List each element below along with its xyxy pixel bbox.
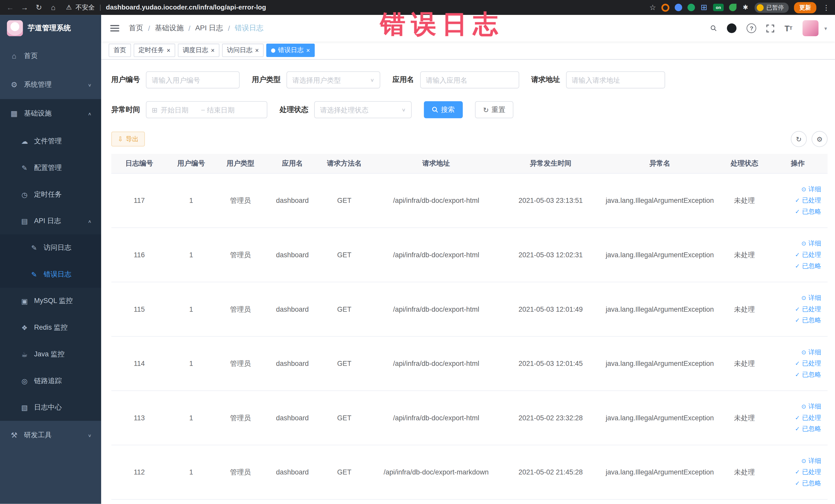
process-status-select-input[interactable] [320, 102, 399, 118]
process-status-select[interactable]: ∨ [314, 101, 412, 118]
cell-method: GET [319, 445, 370, 499]
sidebar-item-log-center[interactable]: ▧ 日志中心 [0, 394, 101, 421]
help-icon[interactable]: ? [747, 23, 756, 33]
extension-icon[interactable]: ✱ [742, 4, 749, 11]
home-icon[interactable]: ⌂ [48, 3, 58, 12]
edit-icon: ✎ [20, 164, 29, 172]
font-size-icon[interactable]: TT [785, 24, 792, 33]
close-icon[interactable]: × [306, 47, 310, 54]
mark-processed-link[interactable]: ✓ 已处理 [770, 358, 821, 369]
browser-update-button[interactable]: 更新 [794, 2, 816, 13]
sidebar-item-file-management[interactable]: ☁ 文件管理 [0, 128, 101, 155]
sidebar-item-home[interactable]: ⌂ 首页 [0, 42, 101, 70]
tools-icon: ⚒ [9, 431, 19, 439]
tab-error-logs[interactable]: 错误日志 × [266, 44, 315, 57]
mark-processed-link[interactable]: ✓ 已处理 [770, 249, 821, 261]
check-icon: ✓ [795, 412, 800, 424]
edit-square-icon: ✎ [30, 244, 38, 251]
extension-icon[interactable] [675, 4, 682, 11]
detail-link[interactable]: ⊙ 详细 [770, 456, 821, 467]
end-date-input[interactable] [207, 102, 245, 118]
cell-actions: ⊙ 详细 ✓ 已处理 ✓ 已忽略 [768, 282, 828, 337]
close-icon[interactable]: × [167, 47, 170, 54]
github-icon[interactable] [727, 23, 736, 33]
request-url-input[interactable] [572, 72, 659, 88]
monkey-face-icon [757, 4, 763, 11]
extension-icon[interactable]: on [713, 4, 724, 11]
cell-status: 未处理 [721, 228, 768, 282]
sidebar-item-java-monitor[interactable]: ☕ Java 监控 [0, 341, 101, 368]
search-icon[interactable] [711, 25, 717, 32]
chevron-down-icon[interactable]: ▾ [824, 25, 827, 31]
detail-link[interactable]: ⊙ 详细 [770, 401, 821, 412]
mark-ignored-link[interactable]: ✓ 已忽略 [770, 315, 821, 326]
detail-link[interactable]: ⊙ 详细 [770, 238, 821, 249]
tab-home[interactable]: 首页 [108, 44, 131, 57]
refresh-table-icon[interactable]: ↻ [791, 131, 807, 147]
close-icon[interactable]: × [211, 47, 215, 54]
sidebar-item-system-management[interactable]: ⚙ 系统管理 ∨ [0, 70, 101, 99]
sidebar-item-label: 日志中心 [34, 403, 62, 412]
export-button-label: 导出 [126, 135, 139, 143]
user-avatar[interactable] [802, 20, 818, 36]
extension-icon[interactable] [661, 3, 669, 11]
detail-link[interactable]: ⊙ 详细 [770, 293, 821, 304]
exception-time-range-picker[interactable]: ⊞ – [146, 101, 267, 118]
tampermonkey-paused-badge[interactable]: 已暂停 [755, 2, 789, 12]
sidebar-item-scheduled-tasks[interactable]: ◷ 定时任务 [0, 181, 101, 208]
sidebar-item-link-tracing[interactable]: ◎ 链路追踪 [0, 367, 101, 394]
processed-link-label: 已处理 [802, 412, 821, 424]
mark-processed-link[interactable]: ✓ 已处理 [770, 195, 821, 206]
mark-processed-link[interactable]: ✓ 已处理 [770, 304, 821, 315]
mark-ignored-link[interactable]: ✓ 已忽略 [770, 478, 821, 489]
tab-scheduled-tasks[interactable]: 定时任务 × [134, 44, 175, 57]
mark-ignored-link[interactable]: ✓ 已忽略 [770, 206, 821, 218]
sidebar-item-api-logs[interactable]: ▤ API 日志 ∧ [0, 208, 101, 235]
detail-link[interactable]: ⊙ 详细 [770, 184, 821, 195]
sidebar-item-mysql-monitor[interactable]: ▣ MySQL 监控 [0, 287, 101, 314]
sidebar-toggle[interactable] [109, 21, 120, 35]
forward-icon[interactable]: → [20, 3, 29, 12]
mark-ignored-link[interactable]: ✓ 已忽略 [770, 369, 821, 381]
sidebar-item-infrastructure[interactable]: ▦ 基础设施 ∧ [0, 99, 101, 128]
mark-ignored-link[interactable]: ✓ 已忽略 [770, 260, 821, 271]
sidebar-item-access-logs[interactable]: ✎ 访问日志 [0, 235, 101, 261]
browser-menu-icon[interactable]: ⋮ [823, 3, 830, 11]
refresh-icon[interactable]: ↻ [34, 3, 44, 12]
cell-actions: ⊙ 详细 ✓ 已处理 ✓ 已忽略 [768, 228, 828, 282]
processed-link-label: 已处理 [802, 358, 821, 369]
extension-icon[interactable]: ⊞ [700, 4, 708, 11]
tab-dispatch-logs[interactable]: 调度日志 × [178, 44, 220, 57]
mark-processed-link[interactable]: ✓ 已处理 [770, 466, 821, 478]
sidebar-item-config-management[interactable]: ✎ 配置管理 [0, 155, 101, 181]
start-date-input[interactable] [161, 102, 199, 118]
tab-access-logs[interactable]: 访问日志 × [222, 44, 264, 57]
mark-ignored-link[interactable]: ✓ 已忽略 [770, 423, 821, 435]
bookmark-star-icon[interactable]: ☆ [649, 3, 656, 12]
fullscreen-icon[interactable] [767, 24, 774, 32]
back-icon[interactable]: ← [5, 3, 15, 12]
app-name-input[interactable] [426, 72, 513, 88]
sidebar-item-error-logs[interactable]: ✎ 错误日志 [0, 261, 101, 288]
logo[interactable]: 芋道管理系统 [0, 15, 101, 42]
search-button[interactable]: 搜索 [424, 101, 463, 118]
sidebar-item-dev-tools[interactable]: ⚒ 研发工具 ∨ [0, 421, 101, 449]
detail-link[interactable]: ⊙ 详细 [770, 347, 821, 358]
reset-button[interactable]: ↻ 重置 [475, 101, 513, 118]
user-type-select-input[interactable] [292, 72, 367, 88]
document-icon: ▤ [20, 217, 29, 225]
sidebar-item-redis-monitor[interactable]: ❖ Redis 监控 [0, 314, 101, 341]
extension-icon[interactable] [729, 4, 736, 11]
monitor-icon: ▦ [9, 109, 19, 118]
extension-icon[interactable] [687, 4, 695, 11]
breadcrumb-item[interactable]: 基础设施 [155, 23, 184, 33]
breadcrumb-item[interactable]: API 日志 [195, 23, 223, 33]
user-type-select[interactable]: ∨ [286, 72, 380, 88]
address-bar[interactable]: ⚠ 不安全 dashboard.yudao.iocoder.cn/infra/l… [66, 3, 645, 12]
column-settings-icon[interactable]: ⚙ [812, 131, 828, 147]
close-icon[interactable]: × [255, 47, 259, 54]
user-id-input[interactable] [152, 72, 233, 88]
export-button[interactable]: ⇩ 导出 [111, 132, 145, 146]
breadcrumb-item[interactable]: 首页 [129, 23, 143, 33]
mark-processed-link[interactable]: ✓ 已处理 [770, 412, 821, 424]
